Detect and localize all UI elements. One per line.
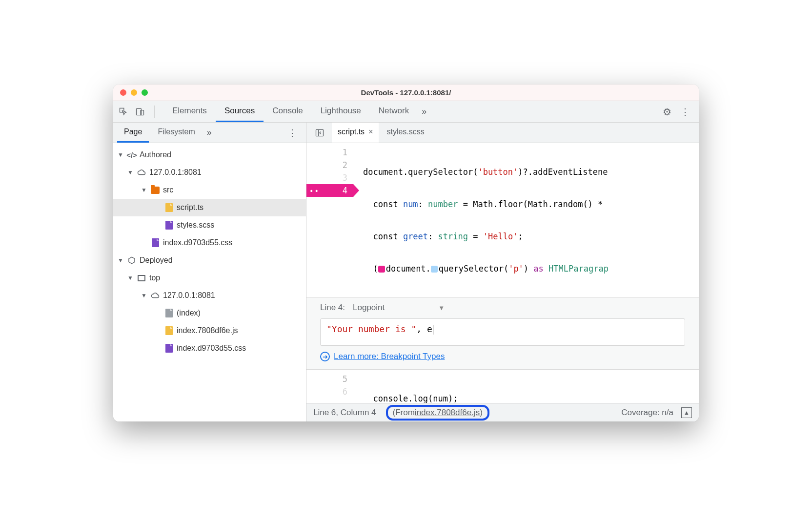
- caret-down-icon: ▼: [141, 292, 147, 299]
- tab-lighthouse[interactable]: Lighthouse: [312, 101, 370, 122]
- devtools-window: DevTools - 127.0.0.1:8081/ Elements Sour…: [113, 84, 699, 422]
- tab-sources[interactable]: Sources: [216, 101, 264, 122]
- tree-label: 127.0.0.1:8081: [149, 168, 202, 177]
- kebab-menu-icon[interactable]: ⋮: [680, 106, 690, 118]
- cursor-position: Line 6, Column 4: [313, 408, 376, 418]
- close-tab-icon[interactable]: ×: [368, 127, 373, 136]
- navigator-tab-page[interactable]: Page: [117, 123, 149, 143]
- code-icon: </>: [127, 150, 137, 160]
- tree-file-index[interactable]: (index): [113, 304, 306, 322]
- caret-down-icon: ▼: [117, 151, 124, 158]
- folder-icon: [151, 187, 160, 194]
- inline-breakpoint-icon[interactable]: [378, 266, 385, 273]
- tab-network[interactable]: Network: [370, 101, 418, 122]
- tree-host-authored[interactable]: ▼ 127.0.0.1:8081: [113, 164, 306, 181]
- tree-label: index.d9703d55.css: [177, 344, 246, 353]
- tree-label: 127.0.0.1:8081: [163, 291, 215, 300]
- file-icon: [152, 238, 159, 247]
- tree-label: Authored: [140, 150, 171, 159]
- file-tab-label: styles.scss: [386, 127, 424, 136]
- file-tab-script-ts[interactable]: script.ts ×: [332, 123, 379, 143]
- inline-breakpoint-icon[interactable]: [431, 266, 438, 273]
- navigator-kebab-icon[interactable]: ⋮: [283, 127, 302, 139]
- editor-statusbar: Line 6, Column 4 (From index.7808df6e.js…: [306, 403, 699, 422]
- tree-file-index-js[interactable]: index.7808df6e.js: [113, 322, 306, 339]
- tree-label: styles.scss: [177, 221, 214, 230]
- caret-down-icon: ▼: [127, 274, 134, 281]
- caret-down-icon: ▼: [117, 257, 124, 264]
- tree-file-styles-scss[interactable]: styles.scss: [113, 216, 306, 234]
- cloud-icon: [150, 291, 160, 300]
- editor-file-tabs: script.ts × styles.scss: [306, 123, 699, 143]
- caret-down-icon: ▼: [127, 169, 134, 176]
- code-lines-1-4: document.querySelector('button')?.addEve…: [354, 143, 699, 297]
- settings-gear-icon[interactable]: ⚙: [663, 106, 671, 118]
- inspect-element-icon[interactable]: [118, 106, 129, 117]
- cloud-icon: [137, 168, 146, 177]
- tree-label: index.d9703d55.css: [163, 238, 232, 247]
- panel-tabs: Elements Sources Console Lighthouse Netw…: [163, 101, 657, 122]
- tree-label: script.ts: [177, 203, 203, 212]
- body: Page Filesystem » ⋮ ▼ </> Authored ▼ 127…: [113, 123, 699, 422]
- logpoint-line-label: Line 4:: [320, 303, 345, 313]
- main-toolbar: Elements Sources Console Lighthouse Netw…: [113, 101, 699, 123]
- more-tabs-icon[interactable]: »: [418, 101, 430, 122]
- navigator-tab-filesystem[interactable]: Filesystem: [151, 123, 202, 143]
- tree-group-authored[interactable]: ▼ </> Authored: [113, 146, 306, 164]
- tree-group-deployed[interactable]: ▼ Deployed: [113, 252, 306, 269]
- tab-console[interactable]: Console: [264, 101, 311, 122]
- file-icon: [165, 326, 173, 335]
- separator: [154, 105, 155, 118]
- arrow-circle-icon: ➜: [320, 352, 330, 361]
- file-icon: [165, 344, 173, 353]
- toggle-navigator-icon[interactable]: [313, 126, 326, 139]
- file-icon: [165, 221, 173, 230]
- tree-frame-top[interactable]: ▼ top: [113, 269, 306, 287]
- file-tab-label: script.ts: [338, 127, 365, 136]
- learn-more-link[interactable]: ➜ Learn more: Breakpoint Types: [320, 352, 685, 361]
- device-toolbar-icon[interactable]: [135, 106, 145, 117]
- file-tab-styles-scss[interactable]: styles.scss: [381, 123, 430, 143]
- logpoint-panel: Line 4: Logpoint ▼ "Your number is ", e …: [306, 297, 699, 370]
- titlebar: DevTools - 127.0.0.1:8081/: [113, 84, 699, 101]
- navigator-tabs: Page Filesystem » ⋮: [113, 123, 306, 143]
- editor-pane: script.ts × styles.scss •• 1 2 3 4: [306, 123, 699, 422]
- cube-icon: [127, 255, 137, 265]
- tree-label: top: [149, 274, 160, 282]
- tree-file-script-ts[interactable]: script.ts: [113, 199, 306, 216]
- line-gutter[interactable]: •• 1 2 3 4: [306, 143, 354, 297]
- window-title: DevTools - 127.0.0.1:8081/: [113, 88, 699, 97]
- logpoint-input[interactable]: "Your number is ", e: [320, 318, 685, 346]
- file-icon: [165, 309, 173, 317]
- tab-elements[interactable]: Elements: [163, 101, 216, 122]
- tree-label: Deployed: [140, 256, 173, 265]
- coverage-status: Coverage: n/a: [621, 408, 673, 418]
- breakpoint-type-dropdown[interactable]: Logpoint ▼: [353, 303, 445, 313]
- caret-down-icon: ▼: [141, 187, 147, 193]
- navigator-sidebar: Page Filesystem » ⋮ ▼ </> Authored ▼ 127…: [113, 123, 306, 422]
- tree-label: (index): [177, 309, 201, 317]
- tree-label: src: [163, 186, 173, 194]
- navigator-more-icon[interactable]: »: [204, 127, 215, 138]
- frame-icon: [138, 275, 145, 281]
- chevron-down-icon: ▼: [438, 304, 445, 312]
- logpoint-dots-icon: ••: [309, 187, 320, 195]
- line-gutter-2[interactable]: 5 6: [306, 370, 354, 403]
- file-icon: [165, 203, 173, 212]
- tree-file-index-css-a[interactable]: index.d9703d55.css: [113, 234, 306, 252]
- code-editor[interactable]: •• 1 2 3 4 document.querySelector('butto…: [306, 143, 699, 403]
- source-map-from: (From index.7808df6e.js ): [386, 405, 489, 421]
- source-map-link[interactable]: index.7808df6e.js: [415, 408, 480, 418]
- tree-file-index-css-d[interactable]: index.d9703d55.css: [113, 339, 306, 357]
- file-tree: ▼ </> Authored ▼ 127.0.0.1:8081 ▼ src: [113, 143, 306, 422]
- text-cursor: [432, 324, 433, 334]
- tree-host-deployed[interactable]: ▼ 127.0.0.1:8081: [113, 287, 306, 304]
- show-debugger-icon[interactable]: ▲: [681, 407, 692, 418]
- code-lines-5-6: console.log(num); });: [354, 370, 699, 403]
- tree-label: index.7808df6e.js: [177, 326, 238, 335]
- tree-folder-src[interactable]: ▼ src: [113, 181, 306, 199]
